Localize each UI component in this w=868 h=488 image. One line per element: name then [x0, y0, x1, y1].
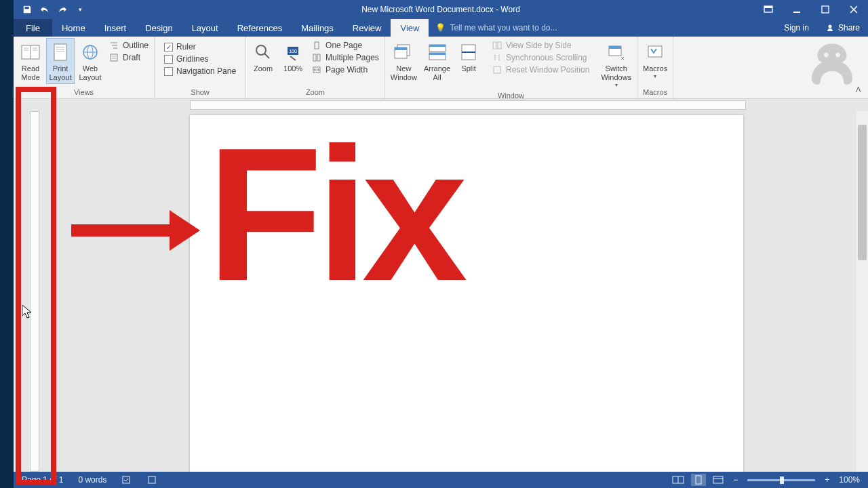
group-zoom: Zoom 100 100% One Page Multiple Pages [246, 37, 385, 98]
multiple-pages-button[interactable]: Multiple Pages [309, 52, 382, 64]
share-icon [825, 23, 835, 33]
close-button[interactable] [840, 0, 868, 19]
customize-qat-button[interactable]: ▾ [72, 1, 88, 18]
minimize-button[interactable] [783, 0, 811, 19]
document-text: Fix [207, 129, 461, 300]
svg-text:100: 100 [289, 49, 297, 54]
svg-rect-31 [317, 54, 320, 61]
group-window: New Window Arrange All Split View Side b… [385, 37, 637, 98]
magnifier-icon [254, 43, 273, 62]
zoom-percent[interactable]: 100% [836, 474, 863, 486]
tab-home[interactable]: Home [52, 19, 95, 37]
svg-rect-30 [313, 54, 316, 61]
tab-layout[interactable]: Layout [182, 19, 228, 37]
split-button[interactable]: Split [454, 38, 483, 75]
checkbox-icon [164, 67, 173, 76]
svg-point-24 [256, 45, 266, 55]
tab-view[interactable]: View [391, 19, 429, 37]
maximize-button[interactable] [811, 0, 840, 19]
svg-rect-11 [54, 44, 66, 60]
svg-rect-1 [764, 6, 772, 8]
arrange-all-button[interactable]: Arrange All [421, 38, 453, 84]
page-indicator[interactable]: Page 1 of 1 [19, 474, 66, 486]
synchronous-scrolling-button: Synchronous Scrolling [489, 52, 592, 64]
svg-rect-52 [696, 476, 701, 484]
group-show: ✓ Ruler Gridlines Navigation Pane Show [155, 37, 246, 98]
ribbon-display-button[interactable] [754, 0, 783, 19]
group-macros: Macros ▾ Macros [637, 37, 673, 98]
zoom-in-button[interactable]: + [822, 474, 832, 486]
redo-button[interactable] [54, 1, 71, 18]
print-layout-view-button[interactable] [691, 474, 706, 486]
zoom-button[interactable]: Zoom [249, 38, 277, 75]
spell-check-button[interactable] [119, 474, 135, 486]
draft-button[interactable]: Draft [106, 52, 151, 64]
page-width-icon [311, 64, 322, 75]
save-button[interactable] [19, 1, 35, 18]
sync-scroll-icon [492, 52, 502, 63]
horizontal-ruler[interactable] [14, 99, 868, 111]
status-bar: Page 1 of 1 0 words − + 100% [14, 472, 868, 488]
svg-rect-37 [429, 45, 446, 47]
tab-review[interactable]: Review [343, 19, 391, 37]
svg-rect-2 [793, 12, 800, 13]
ruler-checkbox[interactable]: ✓ Ruler [161, 41, 239, 53]
tab-insert[interactable]: Insert [95, 19, 136, 37]
new-window-button[interactable]: New Window [388, 38, 420, 84]
group-views: Read Mode Print Layout Web Layout Outlin… [14, 37, 155, 98]
multi-page-icon [311, 52, 322, 63]
document-page[interactable]: Fix [190, 115, 743, 472]
svg-rect-43 [498, 42, 501, 49]
navigation-pane-checkbox[interactable]: Navigation Pane [161, 65, 239, 77]
signin-link[interactable]: Sign in [776, 23, 817, 33]
gridlines-checkbox[interactable]: Gridlines [161, 53, 239, 65]
vertical-scrollbar[interactable] [856, 111, 868, 472]
tab-mailings[interactable]: Mailings [292, 19, 343, 37]
document-area: ⌐ Fix [14, 111, 868, 472]
print-layout-button[interactable]: Print Layout [46, 38, 75, 84]
macros-button[interactable]: Macros ▾ [640, 38, 670, 81]
web-layout-view-button[interactable] [710, 474, 726, 486]
zoom-out-button[interactable]: − [730, 474, 741, 486]
checkbox-icon: ✓ [164, 43, 173, 52]
outline-button[interactable]: Outline [106, 39, 151, 52]
lightbulb-icon: 💡 [435, 23, 446, 33]
page-width-button[interactable]: Page Width [309, 64, 382, 76]
switch-windows-button[interactable]: Switch Windows ▾ [598, 38, 634, 90]
reset-window-position-button: Reset Window Position [489, 64, 592, 76]
one-page-button[interactable]: One Page [309, 39, 382, 52]
document-title: New Microsoft Word Document.docx - Word [361, 5, 520, 14]
tell-me-search[interactable]: 💡 Tell me what you want to do... [429, 19, 564, 37]
read-mode-button[interactable]: Read Mode [16, 38, 45, 84]
svg-rect-35 [395, 47, 407, 50]
collapse-ribbon-button[interactable]: ᐱ [853, 84, 864, 96]
word-window: ▾ New Microsoft Word Document.docx - Wor… [14, 0, 868, 488]
title-bar: ▾ New Microsoft Word Document.docx - Wor… [14, 0, 868, 19]
read-mode-view-button[interactable] [669, 474, 687, 486]
svg-line-25 [264, 54, 269, 58]
ribbon: Read Mode Print Layout Web Layout Outlin… [14, 37, 868, 99]
svg-point-4 [828, 25, 831, 28]
svg-rect-44 [494, 66, 500, 73]
macro-record-button[interactable] [144, 474, 159, 486]
tab-design[interactable]: Design [136, 19, 182, 37]
tab-references[interactable]: References [228, 19, 292, 37]
svg-rect-39 [429, 53, 446, 55]
side-by-side-icon [492, 40, 502, 51]
tab-file[interactable]: File [14, 19, 52, 37]
svg-rect-53 [713, 476, 723, 483]
svg-rect-42 [493, 42, 496, 49]
window-controls [754, 0, 868, 19]
vertical-ruler[interactable]: ⌐ [28, 111, 41, 472]
reset-pos-icon [492, 64, 502, 75]
word-count[interactable]: 0 words [75, 474, 109, 486]
scrollbar-thumb[interactable] [858, 125, 867, 260]
zoom-100-button[interactable]: 100 100% [279, 38, 307, 75]
ribbon-tabs: File Home Insert Design Layout Reference… [14, 19, 868, 37]
web-layout-button[interactable]: Web Layout [76, 38, 104, 84]
share-button[interactable]: Share [817, 23, 868, 33]
svg-rect-46 [609, 46, 621, 49]
zoom-slider[interactable] [747, 479, 815, 481]
undo-button[interactable] [37, 1, 53, 18]
one-page-icon [311, 40, 322, 51]
